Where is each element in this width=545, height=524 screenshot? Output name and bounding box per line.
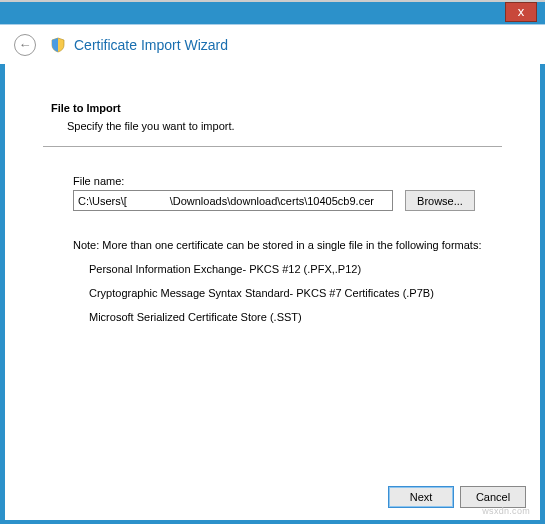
format-item: Personal Information Exchange- PKCS #12 …: [89, 263, 494, 275]
note-text: Note: More than one certificate can be s…: [73, 239, 494, 251]
next-button[interactable]: Next: [388, 486, 454, 508]
dialog-body: File to Import Specify the file you want…: [5, 64, 540, 520]
format-item: Microsoft Serialized Certificate Store (…: [89, 311, 494, 323]
cancel-button[interactable]: Cancel: [460, 486, 526, 508]
divider: [43, 146, 502, 147]
wizard-header: ← Certificate Import Wizard: [0, 24, 545, 64]
title-bar: x: [0, 2, 545, 24]
section-heading: File to Import: [51, 102, 494, 114]
section-description: Specify the file you want to import.: [67, 120, 494, 132]
watermark: wsxdn.com: [482, 506, 530, 516]
certificate-shield-icon: [50, 37, 66, 53]
file-name-label: File name:: [73, 175, 494, 187]
back-arrow-icon: ←: [19, 37, 32, 52]
browse-button[interactable]: Browse...: [405, 190, 475, 211]
back-button[interactable]: ←: [14, 34, 36, 56]
file-name-input[interactable]: [73, 190, 393, 211]
file-row: Browse...: [73, 190, 494, 211]
wizard-title: Certificate Import Wizard: [74, 37, 228, 53]
close-button[interactable]: x: [505, 2, 537, 22]
button-bar: Next Cancel: [388, 486, 526, 508]
format-item: Cryptographic Message Syntax Standard- P…: [89, 287, 494, 299]
